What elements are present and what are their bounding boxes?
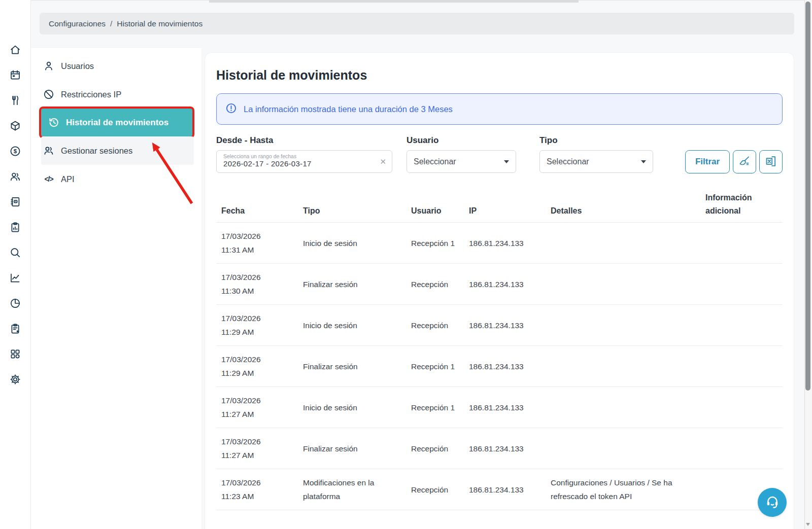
main-panel: Historial de movimientos La información … [205, 52, 794, 529]
sidebar-item-usuarios[interactable]: Usuarios [31, 52, 201, 80]
table-row: 17/03/202611:27 AMFinalizar sesiónRecepc… [216, 428, 783, 469]
cell-tipo: Finalizar sesión [303, 360, 411, 373]
clear-filters-button[interactable] [733, 150, 756, 173]
breadcrumb-item-configuraciones[interactable]: Configuraciones [49, 19, 106, 28]
column-header-usuario: Usuario [411, 204, 469, 218]
user-select-value: Seleccionar [414, 157, 456, 166]
cell-ip: 186.81.234.133 [469, 401, 551, 414]
cell-ip: 186.81.234.133 [469, 319, 551, 332]
cell-usuario: Recepción [411, 483, 469, 497]
cell-ip: 186.81.234.133 [469, 277, 551, 291]
package-icon[interactable] [9, 120, 21, 132]
cell-usuario: Recepción 1 [411, 360, 469, 373]
cell-tipo: Inicio de sesión [303, 401, 411, 414]
filter-actions: Filtrar [685, 150, 783, 173]
chevron-down-icon [641, 160, 646, 163]
date-range-input[interactable]: Selecciona un rango de fechas 2026-02-17… [216, 150, 392, 173]
cell-fecha: 17/03/202611:23 AM [216, 476, 303, 503]
table-row: 17/03/202611:31 AMInicio de sesiónRecepc… [216, 223, 783, 264]
user-select[interactable]: Seleccionar [407, 150, 516, 173]
window-top-strip [209, 0, 579, 3]
column-header-info: Información adicional [705, 191, 783, 218]
export-excel-button[interactable] [759, 150, 783, 173]
cell-usuario: Recepción [411, 319, 469, 332]
reports-icon[interactable] [9, 221, 21, 233]
sidebar-item-label: Gestionar sesiones [61, 146, 132, 156]
type-select-value: Seleccionar [547, 157, 589, 166]
movements-table: FechaTipoUsuarioIPDetallesInformación ad… [216, 191, 783, 510]
filters-bar: Desde - Hasta Selecciona un rango de fec… [216, 135, 783, 173]
customers-icon[interactable] [9, 170, 21, 183]
table-row: 17/03/202611:30 AMFinalizar sesiónRecepc… [216, 264, 783, 305]
sidebar-item-label: Historial de movimientos [66, 118, 168, 128]
settings-sidebar: UsuariosRestricciones IPHistorial de mov… [31, 47, 201, 529]
line-chart-icon[interactable] [9, 272, 21, 284]
chevron-down-icon [504, 160, 509, 163]
broom-icon [738, 155, 751, 169]
cell-fecha: 17/03/202611:31 AM [216, 229, 303, 257]
finance-icon[interactable]: $ [9, 145, 21, 157]
cell-usuario: Recepción 1 [411, 236, 469, 250]
scrollbar-thumb[interactable] [805, 2, 810, 391]
date-range-group: Desde - Hasta Selecciona un rango de fec… [216, 135, 392, 173]
sidebar-item-label: API [61, 174, 75, 184]
sidebar-item-label: Usuarios [61, 61, 94, 71]
settings-icon[interactable] [9, 373, 21, 385]
sessions-icon [43, 145, 54, 156]
calendar-icon[interactable] [9, 69, 21, 81]
cell-tipo: Inicio de sesión [303, 319, 411, 332]
cell-ip: 186.81.234.133 [469, 483, 551, 497]
filter-button[interactable]: Filtrar [685, 150, 730, 173]
page-title: Historial de movimientos [216, 68, 783, 83]
search-icon[interactable] [9, 246, 21, 259]
support-chat-button[interactable] [758, 488, 787, 517]
code-icon: </> [43, 173, 54, 185]
apps-icon[interactable] [9, 348, 21, 360]
type-select[interactable]: Seleccionar [539, 150, 653, 173]
sidebar-item-api[interactable]: </>API [31, 165, 201, 193]
cell-fecha: 17/03/202611:29 AM [216, 311, 303, 339]
app-icon-rail: $ [0, 0, 31, 529]
sidebar-item-label: Restricciones IP [61, 90, 121, 99]
cell-tipo: Modificaciones en la plataforma [303, 476, 411, 503]
headset-icon [764, 493, 781, 512]
cell-fecha: 17/03/202611:30 AM [216, 270, 303, 298]
breadcrumb: Configuraciones / Historial de movimient… [40, 13, 794, 34]
restaurant-icon[interactable] [9, 94, 21, 107]
date-range-placeholder: Selecciona un rango de fechas [223, 153, 375, 159]
sidebar-item-restricciones-ip[interactable]: Restricciones IP [31, 80, 201, 109]
excel-icon [764, 155, 777, 169]
column-header-fecha: Fecha [216, 204, 303, 218]
tasks-icon[interactable] [9, 323, 21, 335]
cell-tipo: Finalizar sesión [303, 442, 411, 455]
column-header-tipo: Tipo [303, 204, 411, 218]
user-filter-group: Usuario Seleccionar [407, 135, 516, 173]
table-row: 17/03/202611:27 AMInicio de sesiónRecepc… [216, 387, 783, 428]
cell-fecha: 17/03/202611:27 AM [216, 435, 303, 462]
cell-tipo: Inicio de sesión [303, 236, 411, 250]
cell-fecha: 17/03/202611:27 AM [216, 394, 303, 421]
table-row: 17/03/202611:29 AMInicio de sesiónRecepc… [216, 305, 783, 346]
table-row: 17/03/202611:29 AMFinalizar sesiónRecepc… [216, 346, 783, 387]
user-filter-label: Usuario [407, 135, 516, 145]
info-icon [225, 102, 237, 116]
date-range-value: 2026-02-17 - 2026-03-17 [223, 159, 375, 168]
cell-ip: 186.81.234.133 [469, 442, 551, 455]
cell-ip: 186.81.234.133 [469, 360, 551, 373]
column-header-ip: IP [469, 204, 551, 218]
sidebar-item-historial-de-movimientos[interactable]: Historial de movimientos [41, 109, 192, 136]
type-filter-label: Tipo [539, 135, 653, 145]
cell-ip: 186.81.234.133 [469, 236, 551, 250]
sidebar-item-gestionar-sesiones[interactable]: Gestionar sesiones [41, 136, 194, 165]
cell-usuario: Recepción [411, 277, 469, 291]
pie-chart-icon[interactable] [9, 297, 21, 309]
breadcrumb-separator: / [110, 19, 112, 28]
date-range-label: Desde - Hasta [216, 135, 392, 145]
cell-tipo: Finalizar sesión [303, 277, 411, 291]
scrollbar-down-arrow[interactable] [806, 523, 810, 526]
clear-date-icon[interactable]: ✕ [380, 157, 386, 166]
home-icon[interactable] [9, 44, 21, 56]
info-banner: La información mostrada tiene una duraci… [216, 93, 783, 125]
contacts-icon[interactable] [9, 196, 21, 208]
cell-detalles: Configuraciones / Usuarios / Se ha refre… [551, 476, 705, 503]
